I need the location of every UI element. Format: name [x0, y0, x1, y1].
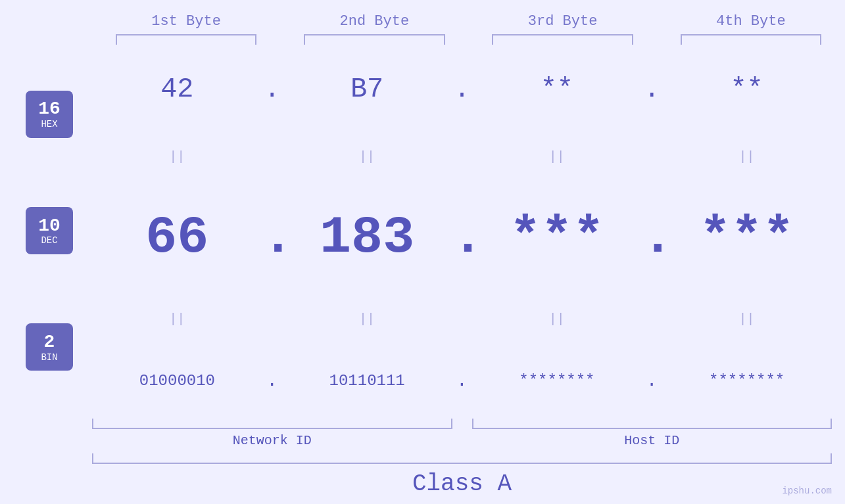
top-bracket-4 [657, 33, 845, 46]
bin-dot2: . [452, 371, 472, 391]
hex-dot1: . [262, 75, 282, 104]
header-row: 1st Byte 2nd Byte 3rd Byte 4th Byte [0, 13, 845, 30]
bin-badge-label: BIN [41, 353, 57, 362]
hex-dot2: . [452, 75, 472, 104]
eq1-b1: || [92, 149, 262, 164]
host-bottom-bracket [472, 419, 833, 429]
bin-byte2: 10110111 [282, 372, 452, 390]
dec-dot2: . [452, 208, 472, 267]
eq2-b2: || [282, 311, 452, 327]
dec-row: 66 . 183 . *** . *** [92, 208, 832, 267]
col-header-2: 2nd Byte [280, 13, 468, 30]
class-label-row: Class A [92, 470, 832, 497]
watermark: ipshu.com [782, 486, 832, 496]
top-bracket-shape-3 [492, 34, 633, 45]
col-header-1: 1st Byte [92, 13, 280, 30]
bin-badge-num: 2 [44, 332, 55, 353]
top-bracket-shape-4 [681, 34, 822, 45]
bin-row: 01000010 . 10110111 . ******** . [92, 371, 832, 391]
hex-byte3: ** [472, 74, 642, 105]
hex-row: 42 . B7 . ** . ** [92, 74, 832, 105]
hex-byte1: 42 [92, 74, 262, 105]
top-bracket-shape-2 [304, 34, 445, 45]
bin-dot3: . [642, 371, 662, 391]
dec-badge-label: DEC [41, 236, 57, 245]
hex-badge: 16 HEX [26, 91, 73, 138]
dec-byte3: *** [472, 208, 642, 267]
hex-badge-num: 16 [38, 99, 60, 120]
equals-row-1: || || || || [92, 149, 832, 164]
inner-brackets [92, 419, 832, 429]
equals-row-2: || || || || [92, 311, 832, 327]
hex-dot3: . [642, 75, 662, 104]
dec-byte2: 183 [282, 208, 452, 267]
eq2-b4: || [662, 311, 832, 327]
dec-badge: 10 DEC [26, 207, 73, 254]
top-bracket-2 [280, 33, 468, 46]
eq1-b2: || [282, 149, 452, 164]
dec-dot3: . [642, 208, 662, 267]
col-header-3: 3rd Byte [469, 13, 657, 30]
eq2-b1: || [92, 311, 262, 327]
id-labels: Network ID Host ID [92, 433, 832, 448]
eq1-b3: || [472, 149, 642, 164]
badges-column: 16 HEX 10 DEC 2 BIN [0, 46, 92, 419]
class-label: Class A [412, 470, 512, 497]
host-id-label: Host ID [472, 433, 833, 448]
network-bottom-bracket [92, 419, 452, 429]
eq1-b4: || [662, 149, 832, 164]
dec-byte1: 66 [92, 208, 262, 267]
dec-dot1: . [262, 208, 282, 267]
bin-byte1: 01000010 [92, 372, 262, 390]
col-header-4: 4th Byte [657, 13, 845, 30]
bin-byte3: ******** [472, 372, 642, 390]
top-bracket-shape-1 [116, 34, 257, 45]
eq2-b3: || [472, 311, 642, 327]
main-container: 1st Byte 2nd Byte 3rd Byte 4th Byte 16 H… [0, 0, 845, 504]
network-id-label: Network ID [92, 433, 452, 448]
bottom-bracket-section: Network ID Host ID Class A [0, 419, 845, 504]
bin-dot1: . [262, 371, 282, 391]
top-bracket-3 [469, 33, 657, 46]
hex-byte2: B7 [282, 74, 452, 105]
hex-badge-label: HEX [41, 120, 57, 129]
top-bracket-1 [92, 33, 280, 46]
content-wrapper: 16 HEX 10 DEC 2 BIN 42 . [0, 46, 845, 419]
data-area: 42 . B7 . ** . ** [92, 46, 845, 419]
top-bracket-row [0, 33, 845, 46]
hex-byte4: ** [662, 74, 832, 105]
bin-badge: 2 BIN [26, 323, 73, 371]
dec-badge-num: 10 [38, 216, 60, 237]
dec-byte4: *** [662, 208, 832, 267]
bin-byte4: ******** [662, 372, 832, 390]
outer-bottom-bracket [92, 453, 832, 464]
